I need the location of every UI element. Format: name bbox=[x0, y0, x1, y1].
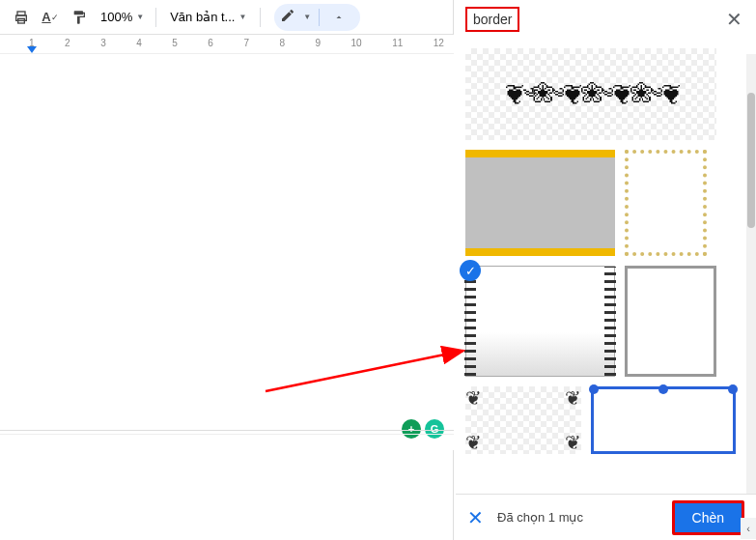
corner-graphic: ❦ bbox=[565, 386, 581, 410]
spellcheck-button[interactable]: A✓ bbox=[37, 4, 64, 31]
clear-selection-icon[interactable]: ✕ bbox=[467, 506, 484, 529]
selection-count: Đã chọn 1 mục bbox=[497, 510, 658, 525]
paragraph-style-select[interactable]: Văn bản t...▼ bbox=[162, 4, 254, 31]
close-icon[interactable]: ✕ bbox=[722, 4, 746, 35]
result-image-corner-ornament[interactable]: ❦ ❦ ❦ ❦ bbox=[465, 386, 581, 454]
insert-button[interactable]: Chèn bbox=[672, 500, 744, 535]
style-value: Văn bản t... bbox=[170, 10, 235, 24]
separator bbox=[260, 8, 261, 27]
document-area[interactable]: + G bbox=[0, 54, 454, 450]
result-image-plain-frame[interactable] bbox=[625, 266, 716, 377]
toolbar: A✓ 100%▼ Văn bản t...▼ ▼ bbox=[0, 0, 453, 35]
zoom-select[interactable]: 100%▼ bbox=[95, 4, 150, 31]
zoom-value: 100% bbox=[100, 10, 132, 24]
search-input[interactable]: border bbox=[465, 7, 519, 32]
paint-format-button[interactable] bbox=[66, 4, 93, 31]
corner-graphic bbox=[658, 384, 668, 394]
dropdown-icon: ▼ bbox=[136, 13, 144, 21]
result-image-gold-border[interactable] bbox=[625, 150, 707, 256]
extension-badge-2[interactable]: G bbox=[425, 419, 444, 439]
separator bbox=[319, 9, 320, 26]
pen-icon bbox=[280, 8, 295, 26]
result-image-ornament[interactable]: ❦༄❀༄❦❀༄❦❀༄❦ bbox=[465, 48, 716, 140]
corner-graphic: ❦ bbox=[465, 431, 482, 454]
panel-header: border ✕ bbox=[456, 0, 756, 39]
result-image-blue-frame[interactable] bbox=[591, 386, 736, 454]
ruler-numbers: 123456789101112 bbox=[29, 38, 444, 48]
indent-marker[interactable] bbox=[27, 46, 37, 53]
result-image-selected-wrapper: ✓ bbox=[465, 266, 615, 377]
result-image-yellow-frame[interactable] bbox=[465, 150, 615, 256]
vertical-scrollbar[interactable] bbox=[746, 54, 756, 494]
corner-graphic: ❦ bbox=[465, 386, 482, 410]
dropdown-icon: ▼ bbox=[238, 13, 246, 21]
expand-side-panel-icon[interactable]: ‹ bbox=[741, 518, 756, 539]
scrollbar-thumb[interactable] bbox=[747, 93, 755, 228]
selected-check-icon: ✓ bbox=[460, 260, 481, 281]
ornament-graphic: ❦༄❀༄❦❀༄❦❀༄❦ bbox=[503, 81, 680, 108]
corner-graphic: ❦ bbox=[565, 431, 581, 454]
print-button[interactable] bbox=[8, 4, 35, 31]
separator bbox=[155, 8, 156, 27]
result-image-vine-border[interactable] bbox=[465, 266, 615, 377]
ruler[interactable]: 123456789101112 bbox=[0, 35, 454, 54]
search-results[interactable]: ❦༄❀༄❦❀༄❦❀༄❦ ✓ ❦ ❦ ❦ ❦ bbox=[456, 39, 756, 494]
corner-graphic bbox=[728, 384, 738, 394]
corner-graphic bbox=[589, 384, 599, 394]
panel-footer: ✕ Đã chọn 1 mục Chèn bbox=[456, 494, 756, 540]
image-search-panel: border ✕ ❦༄❀༄❦❀༄❦❀༄❦ ✓ ❦ ❦ ❦ ❦ bbox=[456, 0, 756, 540]
collapse-up-icon[interactable] bbox=[327, 6, 350, 29]
mode-selector[interactable]: ▼ bbox=[274, 4, 360, 31]
extension-badge-1[interactable]: + bbox=[402, 419, 421, 439]
dropdown-icon: ▼ bbox=[303, 13, 311, 21]
extension-badges: + G bbox=[402, 419, 444, 439]
